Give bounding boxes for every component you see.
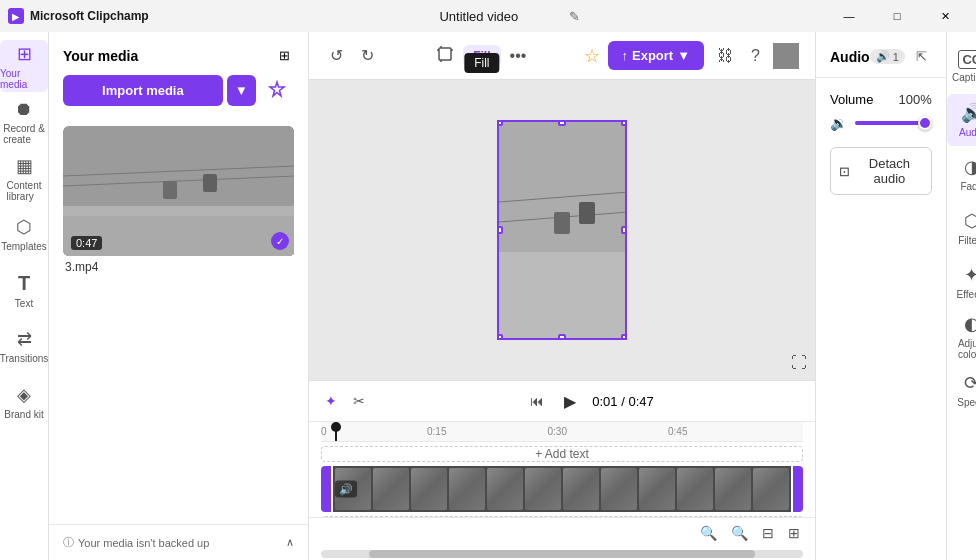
playhead [335,422,337,441]
video-title-input[interactable] [395,9,563,24]
more-options-button[interactable]: ••• [505,42,532,70]
sidebar-item-templates[interactable]: ⬡ Templates [0,208,48,260]
text-icon: T [18,272,30,295]
app-body: ⊞ Your media ⏺ Record &create ▦ Contentl… [0,32,976,560]
track-content[interactable]: 🔊 [333,466,791,512]
minimize-button[interactable]: — [826,0,872,32]
share-button[interactable]: ⛓ [712,42,738,70]
ruler-mark-30: 0:30 [548,426,567,437]
volume-section: Volume 100% 🔉 [830,92,932,131]
zoom-in-button[interactable]: 🔍 [728,522,751,544]
sidebar-item-transitions[interactable]: ⇄ Transitions [0,320,48,372]
resize-handle-middle-left[interactable] [497,226,503,234]
title-area: ✎ [149,9,826,24]
sidebar-item-your-media[interactable]: ⊞ Your media [0,40,48,92]
right-icon-captions[interactable]: CC Captions [947,40,976,92]
right-icon-adjust-colors[interactable]: ◐ Adjustcolors [947,310,976,362]
right-icon-audio[interactable]: 🔊 Audio [947,94,976,146]
magic-action-button[interactable]: ✦ [321,389,341,413]
app-icon: ▶ [8,8,24,24]
footer-chevron-icon[interactable]: ∧ [286,536,294,549]
resize-handle-bottom-middle[interactable] [558,334,566,340]
expand-canvas-button[interactable]: ⛶ [791,354,807,372]
canvas-video-content [499,122,625,338]
templates-icon: ⬡ [16,216,32,238]
scrollbar-thumb [369,550,755,558]
redo-button[interactable]: ↻ [356,41,379,70]
volume-label: Volume [830,92,873,107]
volume-header: Volume 100% [830,92,932,107]
sidebar-item-content-library[interactable]: ▦ Contentlibrary [0,152,48,204]
track-frame [753,468,789,510]
volume-slider[interactable] [855,121,932,125]
canvas-video[interactable]: ↻ [497,120,627,340]
track-handle-right[interactable] [793,466,803,512]
svg-rect-15 [499,252,627,340]
app-logo: ▶ Microsoft Clipchamp [8,8,149,24]
right-icon-fade[interactable]: ◑ Fade [947,148,976,200]
text-label: Text [15,298,33,309]
audio-badge: 🔊 1 [870,49,905,64]
panel-expand-button[interactable]: ⇱ [911,44,932,69]
audio-icon-label: Audio [959,127,976,138]
undo-button[interactable]: ↺ [325,41,348,70]
toolbar-right: ☆ ↑ Export ▼ ⛓ ? [584,41,799,70]
magic-tools-button[interactable] [260,75,294,106]
track-frame [601,468,637,510]
right-icon-effects[interactable]: ✦ Effects [947,256,976,308]
help-button[interactable]: ? [746,42,765,70]
right-icon-speed[interactable]: ⟳ Speed [947,364,976,416]
window-controls: — □ ✕ [826,0,968,32]
transitions-icon: ⇄ [17,328,32,350]
edit-title-icon[interactable]: ✎ [569,9,580,24]
fade-icon: ◑ [964,156,976,178]
cut-button[interactable]: ✂ [349,389,369,413]
media-check-icon: ✓ [271,232,289,250]
right-panel-audio: Audio 🔊 1 ⇱ Volume 100% 🔉 [815,32,946,560]
volume-thumb[interactable] [918,116,932,130]
resize-handle-top-right[interactable] [621,120,627,126]
timeline-tracks: + Add text 🔊 [309,442,815,517]
resize-handle-bottom-right[interactable] [621,334,627,340]
resize-handle-top-left[interactable] [497,120,503,126]
record-create-icon: ⏺ [15,99,33,120]
star-icon: ☆ [584,45,600,67]
effects-icon: ✦ [964,264,976,286]
track-frame [487,468,523,510]
resize-handle-bottom-left[interactable] [497,334,503,340]
footer-backup-info: ⓘ Your media isn't backed up [63,535,209,550]
sidebar-item-record-create[interactable]: ⏺ Record &create [0,96,48,148]
close-button[interactable]: ✕ [922,0,968,32]
add-text-label: + Add text [535,447,589,461]
play-button[interactable]: ▶ [556,387,584,415]
right-icon-filters[interactable]: ⬡ Filters [947,202,976,254]
maximize-button[interactable]: □ [874,0,920,32]
sidebar-item-brand-kit[interactable]: ◈ Brand kit [0,376,48,428]
fit-timeline-button[interactable]: ⊟ [759,522,777,544]
captions-icon: CC [958,50,976,69]
track-handle-left[interactable] [321,466,331,512]
zoom-out-button[interactable]: 🔍 [697,522,720,544]
volume-value: 100% [899,92,932,107]
main-area: ↺ ↻ Fill Fill ••• ☆ ↑ Export ▼ [309,32,815,560]
add-text-track[interactable]: + Add text [321,446,803,462]
import-media-button[interactable]: Import media [63,75,223,106]
crop-button[interactable] [431,40,459,72]
timeline-scrollbar[interactable] [321,550,803,558]
media-item[interactable]: 0:47 ✓ 3.mp4 [63,126,294,274]
playback-controls: ⏮ ▶ 0:01 / 0:47 [377,387,803,415]
sidebar-item-text[interactable]: T Text [0,264,48,316]
timeline-settings-button[interactable]: ⊞ [785,522,803,544]
transitions-label: Transitions [0,353,48,364]
video-track: 🔊 [321,466,803,512]
sidebar-grid-view-button[interactable]: ⊞ [275,44,294,67]
media-filename: 3.mp4 [63,260,294,274]
add-audio-track[interactable]: + Add audio [321,516,803,517]
resize-handle-top-middle[interactable] [558,120,566,126]
rewind-button[interactable]: ⏮ [526,389,548,413]
filters-icon: ⬡ [964,210,976,232]
detach-audio-button[interactable]: ⊡ Detach audio [830,147,932,195]
export-button[interactable]: ↑ Export ▼ [608,41,705,70]
import-media-dropdown[interactable]: ▼ [227,75,256,106]
resize-handle-middle-right[interactable] [621,226,627,234]
